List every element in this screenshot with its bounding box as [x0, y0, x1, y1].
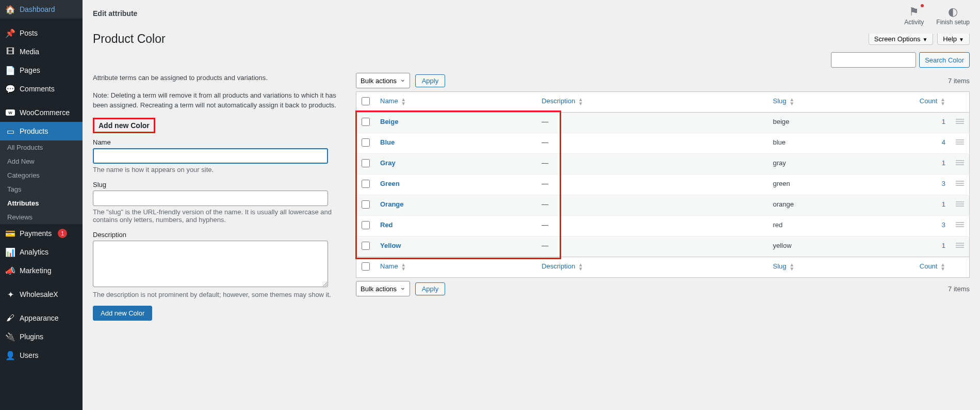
drag-handle-icon[interactable]: [956, 221, 964, 228]
breadcrumb: Edit attribute: [93, 5, 137, 22]
term-name-link[interactable]: Orange: [380, 200, 404, 208]
select-all-checkbox-bottom[interactable]: [362, 262, 370, 271]
term-slug: beige: [767, 113, 909, 133]
row-checkbox[interactable]: [362, 200, 370, 209]
drag-handle-icon[interactable]: [956, 180, 964, 187]
submenu-item-all-products[interactable]: All Products: [0, 140, 83, 154]
activity-button[interactable]: ⚑ Activity: [904, 5, 924, 26]
term-description: —: [536, 113, 767, 133]
term-count-link[interactable]: 1: [942, 118, 945, 125]
table-row: Gray — gray 1: [356, 154, 970, 175]
sidebar-item-dashboard[interactable]: 🏠Dashboard: [0, 0, 83, 19]
sidebar-item-wholesalex[interactable]: ✦WholesaleX: [0, 285, 83, 304]
users-icon: 👤: [5, 350, 15, 360]
slug-input[interactable]: [93, 191, 328, 206]
bulk-actions-select-top[interactable]: Bulk actions: [356, 73, 410, 88]
sidebar-item-pages[interactable]: 📄Pages: [0, 61, 83, 80]
drag-handle-icon[interactable]: [956, 200, 964, 208]
row-checkbox[interactable]: [362, 242, 370, 250]
sidebar-item-woocommerce[interactable]: WWooCommerce: [0, 103, 83, 122]
name-label: Name: [93, 138, 340, 146]
items-count-top: 7 items: [948, 77, 970, 85]
term-count-link[interactable]: 1: [942, 200, 945, 208]
submenu-item-attributes[interactable]: Attributes: [0, 196, 83, 210]
search-button[interactable]: Search Color: [919, 52, 970, 68]
finish-setup-button[interactable]: ◐ Finish setup: [936, 5, 970, 26]
products-icon: ▭: [5, 126, 15, 136]
sidebar-item-users[interactable]: 👤Users: [0, 346, 83, 365]
row-checkbox[interactable]: [362, 138, 370, 147]
help-button[interactable]: Help▼: [937, 34, 970, 45]
term-name-link[interactable]: Gray: [380, 159, 396, 167]
sidebar-item-comments[interactable]: 💬Comments: [0, 80, 83, 98]
column-footer-slug[interactable]: Slug ▲▼: [767, 257, 909, 278]
term-count-link[interactable]: 4: [942, 138, 945, 146]
search-input[interactable]: [831, 52, 916, 68]
column-header-description[interactable]: Description ▲▼: [536, 92, 767, 113]
term-slug: yellow: [767, 236, 909, 257]
slug-label: Slug: [93, 181, 340, 188]
submenu-item-tags[interactable]: Tags: [0, 182, 83, 196]
column-footer-description[interactable]: Description ▲▼: [536, 257, 767, 278]
term-count-link[interactable]: 1: [942, 159, 945, 167]
column-footer-name[interactable]: Name ▲▼: [375, 257, 536, 278]
row-checkbox[interactable]: [362, 118, 370, 126]
sidebar-item-analytics[interactable]: 📊Analytics: [0, 243, 83, 261]
term-description: —: [536, 195, 767, 216]
column-header-count[interactable]: Count ▲▼: [909, 92, 951, 113]
apply-button-top[interactable]: Apply: [415, 74, 446, 87]
woo-icon: W: [5, 107, 15, 118]
note-text: Note: Deleting a term will remove it fro…: [93, 90, 340, 111]
term-name-link[interactable]: Beige: [380, 118, 398, 125]
column-header-slug[interactable]: Slug ▲▼: [767, 92, 909, 113]
apply-button-bottom[interactable]: Apply: [415, 282, 446, 295]
admin-sidebar: 🏠Dashboard 📌Posts 🎞Media 📄Pages 💬Comment…: [0, 0, 83, 410]
media-icon: 🎞: [5, 46, 15, 57]
sidebar-item-label: Analytics: [20, 248, 48, 256]
bulk-actions-select-bottom[interactable]: Bulk actions: [356, 281, 410, 296]
drag-handle-icon[interactable]: [956, 159, 964, 166]
drag-handle-icon[interactable]: [956, 118, 964, 125]
term-count-link[interactable]: 1: [942, 242, 945, 249]
submenu-item-add-new[interactable]: Add New: [0, 154, 83, 168]
sidebar-item-payments[interactable]: 💳Payments1: [0, 224, 83, 243]
sidebar-item-posts[interactable]: 📌Posts: [0, 24, 83, 42]
select-all-checkbox-top[interactable]: [362, 97, 370, 105]
payments-badge: 1: [58, 229, 67, 238]
drag-handle-icon[interactable]: [956, 138, 964, 146]
column-header-name[interactable]: Name ▲▼: [375, 92, 536, 113]
term-name-link[interactable]: Red: [380, 221, 393, 229]
table-row: Blue — blue 4: [356, 133, 970, 154]
row-checkbox[interactable]: [362, 180, 370, 188]
sort-icon: ▲▼: [789, 98, 794, 106]
sidebar-item-appearance[interactable]: 🖌Appearance: [0, 309, 83, 327]
term-name-link[interactable]: Green: [380, 180, 400, 187]
description-textarea[interactable]: [93, 241, 328, 287]
plugins-icon: 🔌: [5, 332, 15, 342]
term-slug: gray: [767, 154, 909, 175]
drag-handle-icon[interactable]: [956, 242, 964, 249]
submenu-item-reviews[interactable]: Reviews: [0, 210, 83, 224]
sidebar-item-products[interactable]: ▭Products: [0, 122, 83, 140]
sidebar-item-media[interactable]: 🎞Media: [0, 42, 83, 61]
submenu-item-categories[interactable]: Categories: [0, 168, 83, 182]
table-row: Yellow — yellow 1: [356, 236, 970, 257]
row-checkbox[interactable]: [362, 159, 370, 167]
term-name-link[interactable]: Blue: [380, 138, 395, 146]
add-new-color-button[interactable]: Add new Color: [93, 306, 152, 321]
sidebar-item-label: Posts: [20, 29, 38, 37]
sidebar-item-label: WooCommerce: [20, 108, 70, 117]
name-input[interactable]: [93, 148, 328, 164]
column-footer-count[interactable]: Count ▲▼: [909, 257, 951, 278]
term-count-link[interactable]: 3: [942, 180, 945, 187]
screen-options-button[interactable]: Screen Options▼: [869, 34, 934, 45]
row-checkbox[interactable]: [362, 221, 370, 229]
sort-icon: ▲▼: [940, 263, 945, 271]
marketing-icon: 📣: [5, 265, 15, 276]
sidebar-item-marketing[interactable]: 📣Marketing: [0, 261, 83, 280]
sidebar-item-plugins[interactable]: 🔌Plugins: [0, 327, 83, 346]
term-count-link[interactable]: 3: [942, 221, 945, 229]
term-name-link[interactable]: Yellow: [380, 242, 401, 249]
products-submenu: All Products Add New Categories Tags Att…: [0, 140, 83, 224]
name-help: The name is how it appears on your site.: [93, 166, 340, 174]
